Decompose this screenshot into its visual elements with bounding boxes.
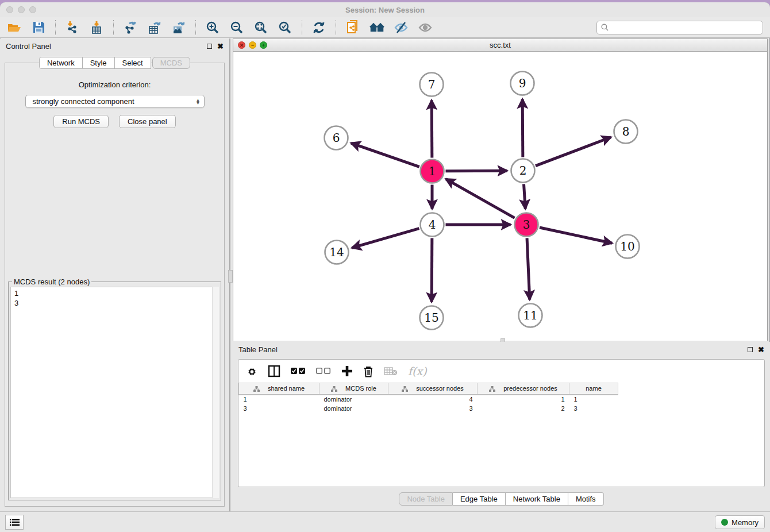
graph-node-3[interactable]: 3 <box>515 213 538 237</box>
table-cell[interactable]: 3 <box>388 404 478 413</box>
mcds-result-scrollbar[interactable] <box>212 287 219 498</box>
zoom-selected-icon[interactable] <box>278 20 292 35</box>
minimize-window-icon[interactable] <box>18 6 25 13</box>
table-cell[interactable]: dominator <box>319 404 388 413</box>
table-cell[interactable]: 3 <box>239 404 319 413</box>
close-panel-button[interactable]: Close panel <box>119 115 176 128</box>
table-panel-tabs: Node TableEdge TableNetwork TableMotifs <box>233 492 770 506</box>
optimization-criterion-select[interactable]: strongly connected component ▲▼ <box>25 95 205 108</box>
splitter-handle[interactable] <box>228 270 233 283</box>
search-icon <box>601 24 609 31</box>
tab-motifs[interactable]: Motifs <box>568 492 604 506</box>
unselect-all-icon[interactable] <box>316 364 331 378</box>
table-cell[interactable]: 1 <box>239 395 319 404</box>
column-header-shared-name[interactable]: shared name <box>239 383 319 395</box>
graph-node-11[interactable]: 11 <box>519 304 542 327</box>
graph-edge-2-8[interactable] <box>536 137 611 166</box>
table-cell[interactable]: 3 <box>569 404 618 413</box>
import-network-icon[interactable] <box>65 20 80 35</box>
graph-edge-4-14[interactable] <box>352 229 419 248</box>
column-header-name[interactable]: name <box>569 383 618 395</box>
column-header-MCDS-role[interactable]: MCDS role <box>319 383 388 395</box>
column-header-successor-nodes[interactable]: successor nodes <box>388 383 478 395</box>
memory-button[interactable]: Memory <box>715 515 765 529</box>
task-history-button[interactable] <box>5 515 24 530</box>
graph-edge-1-6[interactable] <box>351 143 419 167</box>
maximize-window-icon[interactable] <box>29 6 36 13</box>
close-panel-icon[interactable]: ✖ <box>217 44 224 49</box>
network-close-icon[interactable]: ✕ <box>238 41 245 49</box>
tab-node-table[interactable]: Node Table <box>399 492 453 506</box>
close-window-icon[interactable] <box>6 6 13 13</box>
graph-node-8[interactable]: 8 <box>614 120 638 144</box>
table-cell[interactable]: 1 <box>569 395 618 404</box>
table-options-icon[interactable] <box>247 364 257 378</box>
graph-edge-3-1[interactable] <box>446 179 515 218</box>
graph-node-15[interactable]: 15 <box>420 306 444 330</box>
graph-edge-1-2[interactable] <box>445 171 507 171</box>
graph-node-2[interactable]: 2 <box>511 159 535 183</box>
zoom-out-icon[interactable] <box>229 20 244 35</box>
delete-table-icon[interactable] <box>384 364 398 378</box>
select-all-icon[interactable] <box>291 364 306 378</box>
graph-edge-3-11[interactable] <box>527 238 530 299</box>
export-table-icon[interactable] <box>147 20 162 35</box>
table-cell[interactable]: 2 <box>478 404 569 413</box>
graph-edge-4-15[interactable] <box>432 238 432 302</box>
hide-selected-icon[interactable] <box>394 20 409 35</box>
run-mcds-button[interactable]: Run MCDS <box>53 115 109 128</box>
graph-edge-1-7[interactable] <box>432 100 432 157</box>
search-input[interactable] <box>611 24 759 32</box>
column-header-predecessor-nodes[interactable]: predecessor nodes <box>478 383 569 395</box>
graph-node-4[interactable]: 4 <box>421 213 444 237</box>
tab-mcds[interactable]: MCDS <box>152 57 190 69</box>
network-maximize-icon[interactable]: + <box>260 41 267 49</box>
network-minimize-icon[interactable]: – <box>249 41 256 49</box>
tab-network[interactable]: Network <box>39 57 83 69</box>
table-cell[interactable]: 4 <box>388 395 478 404</box>
graph-node-1[interactable]: 1 <box>421 160 444 183</box>
tab-style[interactable]: Style <box>83 57 115 69</box>
function-builder-icon[interactable]: f(x) <box>408 364 427 378</box>
tab-network-table[interactable]: Network Table <box>506 492 568 506</box>
mcds-result-list[interactable]: 1 3 <box>10 287 219 498</box>
network-canvas[interactable]: 7968124314101511 <box>233 52 767 341</box>
graph-node-9[interactable]: 9 <box>511 72 534 95</box>
show-columns-icon[interactable] <box>268 364 280 378</box>
table-cell[interactable]: dominator <box>319 395 388 404</box>
table-row[interactable]: 1dominator411 <box>239 395 618 404</box>
graph-edge-2-3[interactable] <box>523 184 525 209</box>
network-graph[interactable]: 7968124314101511 <box>233 52 767 341</box>
delete-columns-icon[interactable] <box>363 364 374 378</box>
open-session-icon[interactable] <box>7 20 22 35</box>
tab-edge-table[interactable]: Edge Table <box>453 492 506 506</box>
toolbar-separator <box>195 20 196 35</box>
apply-layout-icon[interactable] <box>311 20 326 35</box>
clone-network-icon[interactable] <box>345 20 360 35</box>
float-panel-icon[interactable] <box>207 44 212 49</box>
show-all-icon[interactable] <box>418 20 433 35</box>
first-neighbors-icon[interactable] <box>369 20 384 35</box>
toolbar-separator <box>302 20 302 35</box>
zoom-fit-icon[interactable] <box>253 20 268 35</box>
export-network-icon[interactable] <box>123 20 138 35</box>
graph-node-6[interactable]: 6 <box>325 126 348 150</box>
tab-select[interactable]: Select <box>115 57 151 69</box>
add-column-icon[interactable] <box>341 364 353 378</box>
import-table-icon[interactable] <box>89 20 104 35</box>
graph-node-7[interactable]: 7 <box>420 73 444 97</box>
save-session-icon[interactable] <box>31 20 46 35</box>
network-window-titlebar[interactable]: ✕ – + scc.txt <box>233 39 767 52</box>
table-cell[interactable]: 1 <box>478 395 569 404</box>
zoom-in-icon[interactable] <box>205 20 220 35</box>
graph-node-14[interactable]: 14 <box>325 241 349 264</box>
close-table-panel-icon[interactable]: ✖ <box>758 347 764 352</box>
graph-node-10[interactable]: 10 <box>616 235 640 259</box>
graph-edge-3-10[interactable] <box>540 228 612 243</box>
export-image-icon[interactable] <box>171 20 186 35</box>
graph-node-label: 6 <box>333 131 340 145</box>
graph-edge-2-9[interactable] <box>522 99 523 157</box>
search-box[interactable] <box>596 21 763 34</box>
table-row[interactable]: 3dominator323 <box>239 404 618 413</box>
float-table-panel-icon[interactable] <box>748 347 753 352</box>
